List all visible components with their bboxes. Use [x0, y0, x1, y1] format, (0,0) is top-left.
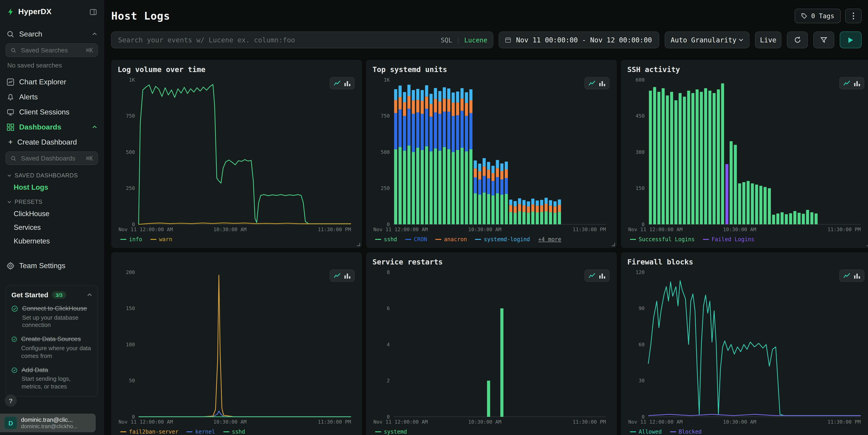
legend-item[interactable]: warn	[150, 236, 172, 243]
sidebar-item-team-settings[interactable]: Team Settings	[0, 258, 103, 273]
chart-plot[interactable]: 02505007501KNov 11 12:00:00 AM10:30:00 A…	[118, 76, 355, 234]
presets-section-header[interactable]: PRESETS	[0, 194, 103, 207]
dashboard-menu-button[interactable]	[845, 8, 862, 23]
bar-chart-icon[interactable]	[344, 273, 350, 279]
legend-item[interactable]: info	[120, 236, 142, 243]
saved-searches-field[interactable]	[20, 46, 82, 54]
line-chart-icon[interactable]	[843, 80, 850, 86]
svg-text:11:30:00 PM: 11:30:00 PM	[828, 227, 861, 232]
legend-item[interactable]: Failed Logins	[703, 236, 754, 243]
collapse-sidebar-icon[interactable]	[89, 8, 97, 16]
chart-type-toggle[interactable]	[330, 77, 355, 89]
legend-item[interactable]: anacron	[435, 236, 467, 243]
legend-item[interactable]: Blocked	[670, 429, 702, 435]
filter-button[interactable]	[813, 31, 834, 48]
chart-panel: Top systemd units 02505007501KNov 11 12:…	[366, 60, 617, 248]
sidebar-item-services[interactable]: Services	[0, 221, 103, 235]
svg-text:500: 500	[381, 149, 390, 155]
saved-searches-input[interactable]: ⌘K	[5, 43, 98, 57]
legend-item[interactable]: sshd	[375, 236, 397, 243]
live-button[interactable]: Live	[755, 31, 781, 48]
saved-dashboards-field[interactable]	[20, 154, 82, 162]
bar-chart-icon[interactable]	[599, 80, 606, 86]
legend-item[interactable]: systemd	[375, 429, 407, 435]
resize-handle[interactable]	[612, 243, 615, 246]
line-chart-icon[interactable]	[589, 80, 595, 86]
bar-chart-icon[interactable]	[599, 273, 606, 279]
chevron-up-icon	[92, 32, 97, 36]
get-started-step[interactable]: Add Data Start sending logs, metrics, or…	[11, 366, 92, 391]
chart-plot[interactable]: 0306090120Nov 11 12:00:00 AM10:30:00 AM1…	[627, 269, 865, 426]
search-icon	[10, 155, 17, 161]
resize-handle[interactable]	[357, 243, 360, 246]
sidebar-item-label: Alerts	[19, 93, 38, 101]
chart-type-toggle[interactable]	[584, 77, 610, 89]
sidebar-item-dashboards[interactable]: Dashboards	[0, 120, 103, 134]
resize-handle[interactable]	[867, 243, 868, 246]
sidebar-item-host-logs[interactable]: Host Logs	[0, 181, 103, 194]
check-circle-icon	[11, 335, 17, 344]
legend-item[interactable]: sshd	[223, 429, 245, 435]
get-started-header[interactable]: Get Started 3/3	[11, 291, 92, 299]
bell-icon	[6, 93, 14, 101]
chart-plot[interactable]: 0150300450600Nov 11 12:00:00 AM10:30:00 …	[627, 76, 865, 234]
sidebar-item-chart-explorer[interactable]: Chart Explorer	[0, 74, 103, 89]
date-range-picker[interactable]: Nov 11 00:00:00 - Nov 12 00:00:00	[499, 31, 659, 48]
line-chart-icon[interactable]	[843, 273, 850, 279]
get-started-step[interactable]: Create Data Sources Configure where your…	[11, 335, 92, 360]
bar-chart-icon[interactable]	[854, 80, 860, 86]
chart-type-toggle[interactable]	[584, 270, 610, 282]
event-search-input[interactable]	[117, 35, 436, 44]
svg-text:450: 450	[636, 113, 645, 119]
saved-dashboards-input[interactable]: ⌘K	[5, 151, 98, 165]
sidebar-item-kubernetes[interactable]: Kubernetes	[0, 235, 103, 248]
dashboard-grid: Log volume over time 02505007501KNov 11 …	[111, 60, 862, 435]
lucene-toggle[interactable]: Lucene	[464, 36, 487, 43]
svg-text:Nov 11 12:00:00 AM: Nov 11 12:00:00 AM	[628, 227, 682, 232]
step-title: Create Data Sources	[21, 335, 92, 343]
svg-text:250: 250	[381, 185, 390, 191]
sidebar-item-clickhouse[interactable]: ClickHouse	[0, 207, 103, 221]
dashboards-icon	[6, 123, 14, 131]
legend-item[interactable]: CRON	[405, 236, 427, 243]
legend-item[interactable]: kernel	[187, 429, 215, 435]
svg-text:11:30:00 PM: 11:30:00 PM	[318, 227, 351, 232]
chart-plot[interactable]: 02468Nov 11 12:00:00 AM10:30:00 AM11:30:…	[372, 269, 611, 426]
granularity-select[interactable]: Auto Granularity	[665, 31, 749, 48]
chart-plot[interactable]: 050100150200Nov 11 12:00:00 AM10:30:00 A…	[118, 269, 355, 426]
sidebar-item-client-sessions[interactable]: Client Sessions	[0, 104, 103, 120]
chart-plot[interactable]: 02505007501KNov 11 12:00:00 AM10:30:00 A…	[372, 76, 611, 234]
svg-text:0: 0	[387, 222, 390, 227]
create-dashboard-button[interactable]: + Create Dashboard	[0, 134, 103, 150]
sidebar-item-alerts[interactable]: Alerts	[0, 89, 103, 104]
legend-item[interactable]: fail2ban-server	[120, 429, 179, 435]
sidebar-item-search[interactable]: Search	[0, 26, 103, 41]
tags-button[interactable]: 0 Tags	[795, 8, 841, 23]
get-started-progress-badge: 3/3	[52, 291, 66, 299]
get-started-step[interactable]: Connect to ClickHouse Set up your databa…	[11, 305, 92, 330]
line-chart-icon[interactable]	[334, 273, 341, 279]
legend-more[interactable]: +4 more	[538, 236, 561, 243]
legend-item[interactable]: Successful Logins	[630, 236, 695, 243]
kebab-menu-icon	[852, 12, 854, 20]
logo-row: HyperDX	[0, 0, 103, 24]
refresh-button[interactable]	[787, 31, 808, 48]
chart-type-toggle[interactable]	[839, 77, 864, 89]
legend-item[interactable]: systemd-logind	[475, 236, 530, 243]
bar-chart-icon[interactable]	[344, 80, 350, 86]
line-chart-icon[interactable]	[589, 273, 595, 279]
bar-chart-icon[interactable]	[854, 273, 860, 279]
chart-type-toggle[interactable]	[330, 270, 355, 282]
line-chart-icon[interactable]	[334, 80, 341, 86]
user-menu[interactable]: D dominic.tran@clic... dominic.tran@clic…	[0, 413, 96, 432]
chart-type-toggle[interactable]	[839, 270, 864, 282]
svg-text:30: 30	[639, 378, 645, 383]
legend-item[interactable]: Allowed	[630, 429, 662, 435]
run-query-button[interactable]	[840, 31, 862, 48]
sidebar-item-label: Chart Explorer	[19, 78, 66, 86]
saved-dashboards-section-header[interactable]: SAVED DASHBOARDS	[0, 168, 103, 181]
chevron-down-icon	[739, 38, 744, 41]
event-search-box[interactable]: SQL | Lucene	[111, 31, 493, 48]
help-button[interactable]: ?	[5, 395, 17, 407]
sql-toggle[interactable]: SQL	[441, 36, 452, 43]
